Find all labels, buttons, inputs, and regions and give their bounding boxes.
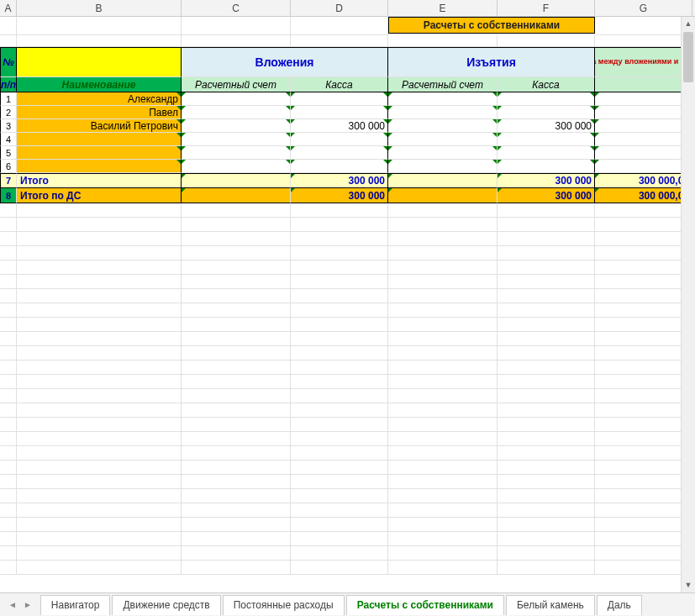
cell[interactable] bbox=[291, 489, 388, 503]
cell[interactable] bbox=[182, 403, 291, 418]
cell[interactable] bbox=[498, 503, 595, 518]
sheet-tab[interactable]: Движение средств bbox=[112, 595, 220, 615]
data-cell[interactable] bbox=[595, 106, 692, 119]
sheet-tab[interactable]: Белый камень bbox=[506, 595, 595, 615]
cell[interactable] bbox=[388, 503, 498, 518]
cell[interactable] bbox=[0, 432, 17, 446]
cell[interactable] bbox=[498, 332, 595, 346]
cell[interactable] bbox=[291, 432, 388, 446]
cell[interactable] bbox=[17, 518, 182, 532]
cell[interactable] bbox=[498, 375, 595, 389]
data-cell[interactable]: 300 000 bbox=[498, 119, 595, 133]
cell[interactable] bbox=[498, 303, 595, 318]
cell[interactable] bbox=[0, 332, 17, 346]
cell[interactable] bbox=[291, 446, 388, 461]
name-cell[interactable] bbox=[17, 160, 182, 173]
cell[interactable] bbox=[595, 17, 692, 35]
data-cell[interactable] bbox=[291, 92, 388, 106]
cell[interactable] bbox=[17, 332, 182, 346]
cell[interactable] bbox=[17, 246, 182, 261]
cell[interactable] bbox=[0, 318, 17, 332]
cell[interactable] bbox=[595, 303, 692, 318]
cell[interactable] bbox=[182, 489, 291, 503]
sheet-tab[interactable]: Расчеты с собственниками bbox=[346, 595, 504, 615]
cell[interactable] bbox=[595, 532, 692, 546]
cell[interactable] bbox=[182, 375, 291, 389]
cell[interactable] bbox=[17, 361, 182, 375]
cell[interactable] bbox=[182, 346, 291, 361]
data-cell[interactable]: 300 000 bbox=[291, 119, 388, 133]
cell[interactable] bbox=[0, 461, 17, 475]
cell[interactable] bbox=[17, 446, 182, 461]
cell[interactable] bbox=[17, 561, 182, 575]
cell[interactable] bbox=[182, 532, 291, 546]
cell[interactable] bbox=[388, 561, 498, 575]
cell[interactable] bbox=[17, 346, 182, 361]
cell[interactable] bbox=[182, 461, 291, 475]
sheet-title[interactable]: Расчеты с собственниками bbox=[388, 17, 595, 34]
cell[interactable] bbox=[291, 203, 388, 218]
cell[interactable] bbox=[595, 318, 692, 332]
cell[interactable] bbox=[388, 289, 498, 303]
data-cell[interactable] bbox=[388, 160, 498, 173]
cell[interactable] bbox=[0, 546, 17, 561]
cell[interactable] bbox=[0, 389, 17, 403]
cell[interactable] bbox=[388, 203, 498, 218]
data-cell[interactable] bbox=[388, 146, 498, 160]
cell[interactable] bbox=[498, 532, 595, 546]
cell[interactable] bbox=[17, 546, 182, 561]
cell[interactable] bbox=[595, 389, 692, 403]
cell[interactable] bbox=[595, 246, 692, 261]
cell[interactable] bbox=[182, 232, 291, 246]
cell[interactable] bbox=[17, 503, 182, 518]
cell[interactable] bbox=[17, 389, 182, 403]
scroll-up-icon[interactable]: ▲ bbox=[682, 17, 695, 31]
tab-nav-next-icon[interactable]: ► bbox=[22, 598, 34, 611]
cell[interactable] bbox=[0, 17, 17, 35]
data-cell[interactable] bbox=[388, 106, 498, 119]
cell[interactable] bbox=[0, 246, 17, 261]
cell[interactable] bbox=[17, 489, 182, 503]
cell[interactable] bbox=[0, 503, 17, 518]
cell[interactable] bbox=[388, 432, 498, 446]
cell[interactable] bbox=[291, 532, 388, 546]
cell[interactable] bbox=[291, 475, 388, 489]
data-cell[interactable] bbox=[182, 106, 291, 119]
cell[interactable] bbox=[17, 461, 182, 475]
cell[interactable] bbox=[17, 17, 182, 35]
data-cell[interactable] bbox=[498, 146, 595, 160]
cell[interactable] bbox=[595, 35, 692, 47]
cell[interactable] bbox=[291, 403, 388, 418]
cell[interactable] bbox=[182, 561, 291, 575]
cell[interactable] bbox=[498, 361, 595, 375]
cell[interactable] bbox=[498, 246, 595, 261]
data-cell[interactable] bbox=[182, 133, 291, 146]
cell[interactable] bbox=[0, 232, 17, 246]
cell[interactable] bbox=[595, 346, 692, 361]
cell[interactable] bbox=[498, 446, 595, 461]
cell[interactable] bbox=[388, 489, 498, 503]
col-D[interactable]: D bbox=[291, 0, 388, 16]
data-cell[interactable] bbox=[498, 106, 595, 119]
cell[interactable] bbox=[291, 303, 388, 318]
data-cell[interactable] bbox=[498, 92, 595, 106]
itogo-d[interactable]: 300 000 bbox=[291, 173, 388, 188]
data-cell[interactable] bbox=[595, 133, 692, 146]
data-cell[interactable] bbox=[182, 146, 291, 160]
cell[interactable] bbox=[595, 475, 692, 489]
cell[interactable] bbox=[182, 318, 291, 332]
cell[interactable] bbox=[595, 461, 692, 475]
cell[interactable] bbox=[0, 518, 17, 532]
cell[interactable] bbox=[595, 218, 692, 232]
cell[interactable] bbox=[388, 332, 498, 346]
cell[interactable] bbox=[182, 361, 291, 375]
cell[interactable] bbox=[291, 218, 388, 232]
cell[interactable] bbox=[182, 303, 291, 318]
cell[interactable] bbox=[498, 203, 595, 218]
cell[interactable] bbox=[388, 303, 498, 318]
data-cell[interactable] bbox=[388, 133, 498, 146]
cell[interactable] bbox=[17, 418, 182, 432]
cell[interactable] bbox=[0, 532, 17, 546]
cell[interactable] bbox=[498, 432, 595, 446]
cell[interactable] bbox=[595, 403, 692, 418]
